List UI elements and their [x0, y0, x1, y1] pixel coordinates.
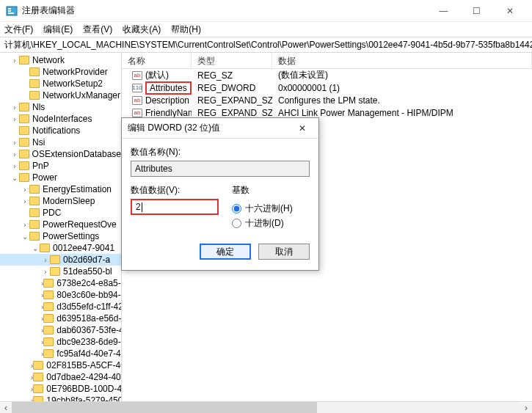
scroll-thumb[interactable] — [12, 402, 317, 413]
tree-item[interactable]: ›d639518a-e56d-43 — [0, 313, 121, 324]
tree-item[interactable]: NetworkProvider — [0, 66, 121, 78]
tree-item[interactable]: Notifications — [0, 125, 121, 136]
chevron-right-icon[interactable]: › — [10, 162, 19, 170]
chevron-right-icon[interactable]: › — [10, 150, 19, 158]
address-path: 计算机\HKEY_LOCAL_MACHINE\SYSTEM\CurrentCon… — [4, 39, 532, 51]
tree-item-label: ModernSleep — [43, 196, 95, 206]
tree-item[interactable]: ⌄0012ee47-9041 — [0, 242, 121, 254]
menu-edit[interactable]: 编辑(E) — [43, 23, 73, 36]
tree-item[interactable]: ⌄Power — [0, 172, 121, 183]
tree-item-label: d3d55efd-c1ff-424 — [57, 301, 122, 312]
svg-rect-2 — [8, 10, 11, 12]
tree-item[interactable]: ›d3d55efd-c1ff-424 — [0, 301, 121, 313]
value-data: AHCI Link Power Management - HIPM/DIPM — [272, 108, 532, 118]
tree-item-label: NodeInterfaces — [32, 114, 92, 124]
chevron-down-icon[interactable]: ⌄ — [10, 174, 19, 182]
tree-item[interactable]: ›NodeInterfaces — [0, 113, 121, 125]
tree-item[interactable]: ›0E796BDB-100D-47D — [0, 383, 121, 395]
value-data-field[interactable]: 2 — [131, 199, 219, 215]
chevron-right-icon[interactable]: › — [10, 139, 19, 147]
edit-dword-dialog: 编辑 DWORD (32 位)值 ✕ 数值名称(N): Attributes 数… — [121, 117, 319, 271]
tree-item[interactable]: ›Network — [0, 54, 121, 66]
list-row[interactable]: ab(默认)REG_SZ(数值未设置) — [122, 69, 532, 81]
list-row[interactable]: abDescriptionREG_EXPAND_SZConfigures the… — [122, 94, 532, 106]
dialog-title: 编辑 DWORD (32 位)值 — [128, 122, 292, 134]
tree-item[interactable]: ›dbc9e238-6de9-49 — [0, 336, 121, 348]
string-value-icon: ab — [132, 109, 142, 117]
tree-item-label: NetworkProvider — [43, 67, 108, 77]
tree-item[interactable]: ›EnergyEstimation — [0, 183, 121, 195]
tree-item[interactable]: NetworkUxManager — [0, 89, 121, 101]
menu-help[interactable]: 帮助(H) — [171, 23, 201, 36]
menu-file[interactable]: 文件(F) — [4, 23, 33, 36]
folder-icon — [43, 302, 54, 311]
tree-item[interactable]: ›0b2d69d7-a — [0, 254, 121, 266]
chevron-down-icon[interactable]: ⌄ — [31, 244, 40, 252]
tree-item[interactable]: ›02F815B5-A5CF-4C84 — [0, 359, 121, 371]
folder-icon — [33, 373, 43, 381]
scroll-left-icon[interactable]: ‹ — [0, 403, 12, 413]
chevron-right-icon[interactable]: › — [10, 56, 19, 65]
folder-icon — [43, 326, 54, 335]
chevron-right-icon[interactable]: › — [21, 186, 29, 194]
tree-item[interactable]: ›dab60367-53fe-4fl — [0, 324, 121, 336]
tree-item[interactable]: NetworkSetup2 — [0, 78, 121, 89]
scroll-right-icon[interactable]: › — [520, 403, 532, 413]
horizontal-scrollbar[interactable]: ‹ › — [0, 401, 532, 413]
radio-hex[interactable] — [232, 204, 241, 213]
tree-item[interactable]: ⌄PowerSettings — [0, 230, 121, 242]
chevron-right-icon[interactable]: › — [41, 256, 50, 264]
cancel-button[interactable]: 取消 — [258, 244, 310, 260]
close-button[interactable]: ✕ — [493, 0, 526, 22]
tree-item[interactable]: ›Nsi — [0, 136, 121, 148]
chevron-right-icon[interactable]: › — [10, 103, 19, 112]
tree-item[interactable]: ›6738e2c4-e8a5-4a — [0, 277, 121, 289]
tree-item[interactable]: ›PnP — [0, 160, 121, 172]
value-data: 0x00000001 (1) — [272, 83, 532, 93]
tree-item-label: Nls — [32, 102, 45, 112]
folder-icon — [29, 91, 40, 100]
col-header-data[interactable]: 数据 — [272, 53, 532, 68]
tree-item-label: PowerRequestOve — [43, 219, 117, 230]
dialog-close-button[interactable]: ✕ — [292, 123, 313, 134]
chevron-right-icon[interactable]: › — [21, 221, 29, 229]
folder-icon — [43, 279, 54, 288]
dialog-titlebar[interactable]: 编辑 DWORD (32 位)值 ✕ — [122, 118, 318, 139]
tree-item[interactable]: PDC — [0, 207, 121, 219]
tree-item[interactable]: ›OSExtensionDatabase — [0, 148, 121, 160]
value-name: Attributes — [145, 81, 192, 95]
folder-icon — [29, 208, 40, 217]
tree-item[interactable]: ›51dea550-bl — [0, 266, 121, 277]
tree-item-label: 0E796BDB-100D-47D — [46, 384, 122, 394]
folder-icon — [29, 79, 40, 88]
menu-favorites[interactable]: 收藏夹(A) — [123, 23, 161, 36]
ok-button[interactable]: 确定 — [200, 244, 251, 260]
chevron-right-icon[interactable]: › — [10, 115, 19, 123]
svg-rect-1 — [8, 8, 11, 10]
folder-icon — [19, 126, 29, 135]
value-name-label: 数值名称(N): — [131, 146, 310, 158]
address-bar[interactable]: 计算机\HKEY_LOCAL_MACHINE\SYSTEM\CurrentCon… — [0, 37, 532, 53]
tree-item[interactable]: ›fc95af4d-40e7-4b — [0, 348, 121, 359]
radio-dec[interactable] — [232, 219, 241, 228]
folder-icon — [19, 173, 29, 182]
minimize-button[interactable]: — — [427, 0, 460, 22]
list-row[interactable]: 110AttributesREG_DWORD0x00000001 (1) — [122, 81, 532, 94]
chevron-right-icon[interactable]: › — [21, 197, 29, 205]
maximize-button[interactable]: ☐ — [460, 0, 493, 22]
menu-view[interactable]: 查看(V) — [83, 23, 112, 36]
tree-item[interactable]: ›80e3c60e-bb94-4a — [0, 289, 121, 301]
tree-item[interactable]: ›PowerRequestOve — [0, 219, 121, 230]
tree-item[interactable]: ›0d7dbae2-4294-402a — [0, 371, 121, 383]
chevron-down-icon[interactable]: ⌄ — [21, 233, 29, 241]
scroll-track[interactable] — [12, 402, 520, 413]
tree-item[interactable]: ›19cbb8fa-5279-450e — [0, 395, 121, 401]
folder-icon — [43, 337, 54, 346]
tree-item[interactable]: ›Nls — [0, 101, 121, 113]
tree-item[interactable]: ›ModernSleep — [0, 195, 121, 207]
col-header-type[interactable]: 类型 — [192, 53, 272, 68]
folder-icon — [19, 103, 29, 112]
chevron-right-icon[interactable]: › — [41, 268, 50, 276]
col-header-name[interactable]: 名称 — [122, 53, 192, 68]
tree-view[interactable]: ›NetworkNetworkProviderNetworkSetup2Netw… — [0, 53, 122, 401]
